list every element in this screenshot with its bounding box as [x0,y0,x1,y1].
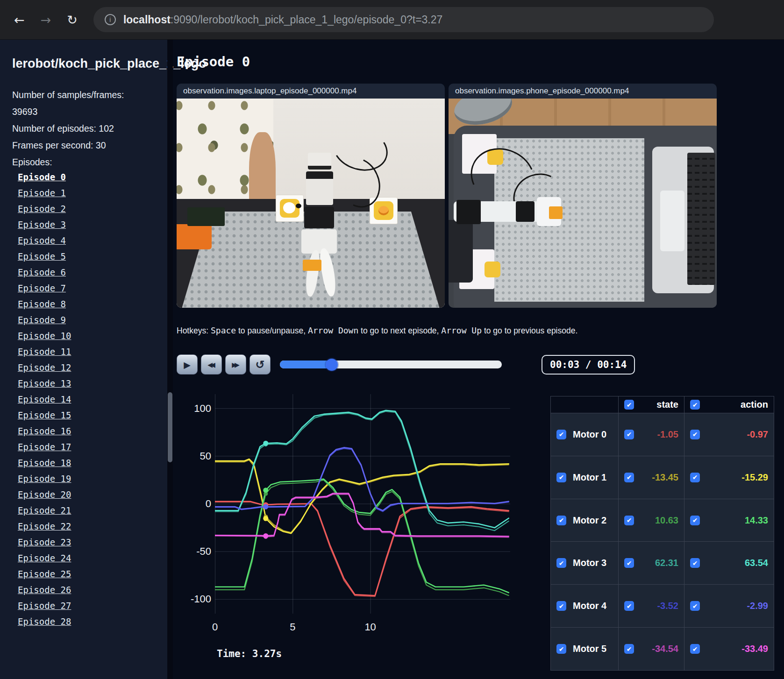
motor-4-checkbox[interactable]: ✔ [556,601,566,611]
scrollbar-thumb[interactable] [168,392,172,462]
rewind-button[interactable]: ◀◀ [201,354,222,375]
motor-3-state-checkbox[interactable]: ✔ [624,558,634,568]
forward-icon[interactable]: → [41,13,51,27]
sidebar-item-episode-28: Episode 28 [18,617,157,627]
loop-button[interactable]: ↺ [249,354,271,375]
motor-5-action-checkbox[interactable]: ✔ [690,644,700,654]
episode-link-24[interactable]: Episode 24 [18,553,71,563]
motor-2-action-checkbox[interactable]: ✔ [690,516,700,525]
sidebar-scrollbar[interactable] [167,40,173,679]
seek-slider[interactable] [280,361,502,368]
play-button[interactable]: ▶ [177,354,198,375]
motor-2-checkbox[interactable]: ✔ [556,516,566,525]
table-row-motor-5: ✔Motor 5✔-34.54✔-33.49 [551,628,774,671]
episode-link-19[interactable]: Episode 19 [18,474,71,484]
motor-0-checkbox[interactable]: ✔ [556,430,566,439]
fast-forward-button[interactable]: ▶▶ [225,354,246,375]
episode-link-17[interactable]: Episode 17 [18,442,71,452]
episode-link-14[interactable]: Episode 14 [18,394,71,404]
y-tick--50: -50 [178,545,211,558]
table-header-row: ✔ state ✔ action [551,396,774,413]
sidebar-item-episode-25: Episode 25 [18,569,157,579]
motor-5-checkbox[interactable]: ✔ [556,644,566,654]
action-column-checkbox[interactable]: ✔ [690,400,700,410]
robot-joint [516,201,535,222]
video-card-phone: observation.images.phone_episode_000000.… [449,84,717,308]
robot-joint [456,200,481,224]
episode-link-6[interactable]: Episode 6 [18,267,66,277]
motor-4-action-value: -2.99 [747,601,768,611]
episode-link-9[interactable]: Episode 9 [18,315,66,325]
episode-link-27[interactable]: Episode 27 [18,601,71,611]
back-icon[interactable]: ← [14,13,25,27]
site-info-icon[interactable]: i [105,14,116,25]
y-tick-100: 100 [178,403,211,415]
episode-link-26[interactable]: Episode 26 [18,585,71,595]
video-phone[interactable] [449,99,717,308]
motor-3-action-checkbox[interactable]: ✔ [690,558,700,568]
episode-link-3[interactable]: Episode 3 [18,219,66,230]
motor-1-action-checkbox[interactable]: ✔ [690,473,700,482]
dataset-title: lerobot/koch_pick_place_1_lego [12,54,157,73]
motor-4-action-checkbox[interactable]: ✔ [690,601,700,611]
chart-canvas[interactable] [215,394,510,614]
motor-1-checkbox[interactable]: ✔ [556,473,566,482]
y-tick-50: 50 [178,450,211,462]
electronics-board [187,207,225,226]
url-bar[interactable]: i localhost:9090/lerobot/koch_pick_place… [93,7,714,32]
reload-icon[interactable]: ↻ [67,13,78,27]
episode-link-11[interactable]: Episode 11 [18,347,71,357]
state-column-checkbox[interactable]: ✔ [624,400,634,410]
table-row-motor-3: ✔Motor 3✔62.31✔63.54 [551,542,774,585]
episode-link-7[interactable]: Episode 7 [18,283,66,293]
episode-link-2[interactable]: Episode 2 [18,204,66,214]
timeseries-chart[interactable]: 100500-50-100 0510 Time: 3.27s [177,390,518,671]
robot-motor [304,207,334,228]
episode-link-16[interactable]: Episode 16 [18,426,71,436]
table-row-motor-1: ✔Motor 1✔-13.45✔-15.29 [551,456,774,499]
url-text: localhost:9090/lerobot/koch_pick_place_1… [123,14,442,26]
line-motor-5-state [215,495,509,538]
slider-thumb[interactable] [326,359,338,371]
sidebar-item-episode-21: Episode 21 [18,506,157,516]
episode-link-12[interactable]: Episode 12 [18,362,71,373]
video-laptop[interactable] [177,99,445,308]
episode-link-20[interactable]: Episode 20 [18,489,71,500]
episode-link-15[interactable]: Episode 15 [18,410,71,420]
motor-2-state-checkbox[interactable]: ✔ [624,516,634,525]
episode-link-4[interactable]: Episode 4 [18,235,66,246]
motor-3-checkbox[interactable]: ✔ [556,558,566,568]
motor-0-state-checkbox[interactable]: ✔ [624,430,634,439]
motor-5-state-checkbox[interactable]: ✔ [624,644,634,654]
episode-link-10[interactable]: Episode 10 [18,331,71,341]
episode-link-25[interactable]: Episode 25 [18,569,71,579]
motor-0-action-checkbox[interactable]: ✔ [690,430,700,439]
sidebar-item-episode-14: Episode 14 [18,395,157,404]
sidebar-item-episode-3: Episode 3 [18,220,157,230]
motor-1-label: Motor 1 [573,472,606,483]
episode-link-13[interactable]: Episode 13 [18,378,71,389]
episode-link-23[interactable]: Episode 23 [18,537,71,547]
fast-forward-icon: ▶▶ [232,361,240,368]
episode-link-8[interactable]: Episode 8 [18,299,66,309]
episode-link-28[interactable]: Episode 28 [18,616,71,627]
table-row-motor-2: ✔Motor 2✔10.63✔14.33 [551,499,774,542]
line-motor-4-state [215,449,509,512]
state-header-label: state [656,399,678,410]
episode-link-21[interactable]: Episode 21 [18,505,71,516]
motor-4-state-checkbox[interactable]: ✔ [624,601,634,611]
episode-link-0[interactable]: Episode 0 [18,172,66,182]
hotkeys-help: Hotkeys: Space to pause/unpause, Arrow D… [177,325,784,336]
episode-list: Episode 0Episode 1Episode 2Episode 3Epis… [12,172,157,627]
hotkeys-prefix: Hotkeys: [177,326,211,335]
table-row-motor-4: ✔Motor 4✔-3.52✔-2.99 [551,585,774,628]
orange-fixture [177,224,212,249]
episode-link-5[interactable]: Episode 5 [18,251,66,262]
episode-link-18[interactable]: Episode 18 [18,458,71,468]
episode-link-22[interactable]: Episode 22 [18,521,71,531]
motor-1-state-checkbox[interactable]: ✔ [624,473,634,482]
motor-0-action-value: -0.97 [747,429,768,440]
episode-link-1[interactable]: Episode 1 [18,188,66,198]
laptop-keyboard [687,153,715,284]
motor-4-label: Motor 4 [573,601,606,611]
